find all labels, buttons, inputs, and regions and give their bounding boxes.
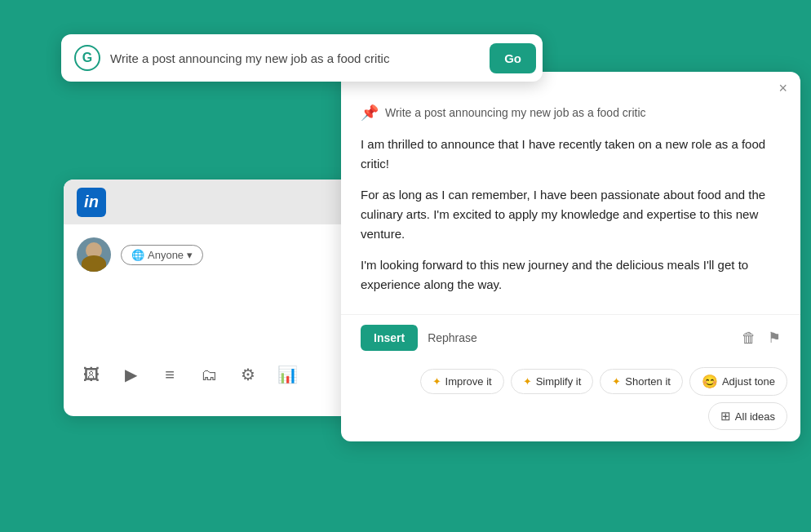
action-row: Insert Rephrase 🗑 ⚑ [341,314,800,361]
response-text: I am thrilled to announce that I have re… [361,135,781,295]
audience-button[interactable]: 🌐 Anyone ▾ [121,245,203,265]
flag-button[interactable]: ⚑ [768,329,781,347]
response-paragraph-1: I am thrilled to announce that I have re… [361,135,781,174]
simplify-chip[interactable]: ✦ Simplify it [511,369,594,394]
improve-label: Improve it [445,375,492,388]
tone-emoji-icon: 😊 [702,374,718,389]
event-icon[interactable]: ⚙ [237,363,259,386]
close-button[interactable]: × [778,80,787,97]
fire-icon: 📌 [361,104,379,122]
search-bar[interactable]: G Write a post announcing my new job as … [61,34,543,82]
avatar [77,237,111,272]
chips-row: ✦ Improve it ✦ Simplify it ✦ Shorten it … [341,361,800,441]
video-icon[interactable]: ▶ [119,363,142,386]
grammarly-icon: G [74,45,100,71]
linkedin-card: in 🌐 Anyone ▾ 🖼 ▶ ≡ 🗂 ⚙ 📊 [64,180,353,416]
response-paragraph-3: I'm looking forward to this new journey … [361,255,781,295]
improve-chip[interactable]: ✦ Improve it [420,369,504,394]
linkedin-logo: in [77,188,106,217]
sparkle-icon-improve: ✦ [432,375,441,388]
image-icon[interactable]: 🖼 [80,363,103,386]
shorten-chip[interactable]: ✦ Shorten it [600,369,683,394]
ai-panel: × 📌 Write a post announcing my new job a… [341,72,800,441]
response-paragraph-2: For as long as I can remember, I have be… [361,185,781,244]
shorten-label: Shorten it [625,375,671,388]
all-ideas-chip[interactable]: ⊞ All ideas [708,402,787,430]
prompt-row: 📌 Write a post announcing my new job as … [361,104,781,122]
linkedin-header: in [64,180,353,224]
simplify-label: Simplify it [536,375,582,388]
poll-icon[interactable]: 📊 [276,363,299,386]
rephrase-button[interactable]: Rephrase [428,331,477,344]
linkedin-icons: 🖼 ▶ ≡ 🗂 ⚙ 📊 [64,350,353,399]
adjust-tone-label: Adjust tone [722,375,775,388]
prompt-label: Write a post announcing my new job as a … [385,106,646,119]
ai-content: 📌 Write a post announcing my new job as … [341,97,800,308]
go-button[interactable]: Go [490,43,536,73]
grid-icon: ⊞ [720,409,731,423]
all-ideas-label: All ideas [735,410,775,423]
document-icon[interactable]: 🗂 [197,363,220,386]
adjust-tone-chip[interactable]: 😊 Adjust tone [689,367,787,396]
article-icon[interactable]: ≡ [158,363,181,386]
sparkle-icon-shorten: ✦ [612,375,621,388]
action-left: Insert Rephrase [361,325,477,351]
sparkle-icon-simplify: ✦ [523,375,532,388]
search-input-text: Write a post announcing my new job as a … [110,51,490,65]
action-right: 🗑 ⚑ [742,329,781,347]
insert-button[interactable]: Insert [361,325,418,351]
delete-button[interactable]: 🗑 [742,330,756,347]
linkedin-body: 🌐 Anyone ▾ [64,224,353,285]
